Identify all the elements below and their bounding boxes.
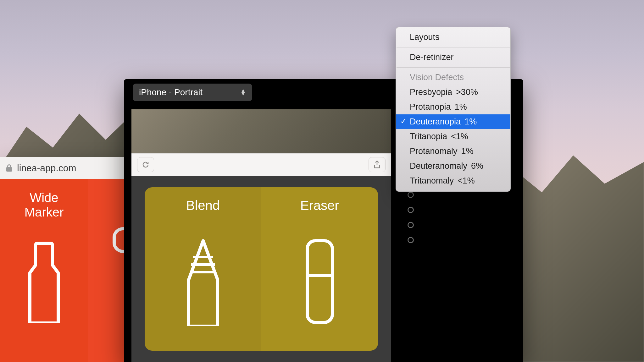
menu-item-name: Tritanopia: [410, 132, 447, 141]
viewport-hero-image: [131, 109, 391, 153]
menu-separator: [397, 47, 510, 47]
menu-item-name: Presbyopia: [410, 87, 452, 97]
share-button[interactable]: [369, 157, 386, 172]
tool-label: Blend: [186, 198, 220, 213]
blend-pencil-icon: [181, 238, 225, 326]
tool-label: Wide Marker: [25, 190, 64, 219]
viewport-content: Blend Eraser: [131, 176, 391, 362]
menu-section-header: Vision Defects: [396, 70, 510, 85]
vision-menu[interactable]: Layouts De-retinizer Vision Defects Pres…: [396, 27, 511, 192]
menu-item-name: Deuteranomaly: [410, 161, 467, 171]
svg-rect-2: [307, 241, 332, 322]
tool-label: Eraser: [300, 198, 339, 213]
tool-tile-blend[interactable]: Blend: [145, 187, 261, 351]
chevron-up-down-icon: ▲▼: [240, 89, 246, 96]
menu-item-name: Protanopia: [410, 102, 451, 112]
menu-item-percent: <1%: [458, 176, 475, 186]
menu-item-name: Deuteranopia: [410, 117, 461, 126]
menu-item-vision-defect[interactable]: Protanopia1%: [396, 100, 510, 114]
menu-item-vision-defect[interactable]: Deuteranomaly6%: [396, 159, 510, 173]
reload-button[interactable]: [137, 157, 154, 172]
device-label: iPhone - Portrait: [139, 87, 203, 97]
lock-icon: [6, 164, 13, 172]
menu-item-vision-defect[interactable]: Tritanomaly<1%: [396, 173, 510, 188]
viewport-address-bar: [131, 153, 391, 176]
menu-item-percent: 6%: [471, 161, 483, 171]
menu-item-percent: 1%: [464, 117, 477, 127]
device-selector[interactable]: iPhone - Portrait ▲▼: [133, 84, 252, 101]
page-dot[interactable]: [408, 237, 414, 243]
tool-tile-wide-marker[interactable]: Wide Marker: [0, 179, 88, 362]
menu-item-vision-defect[interactable]: Protanomaly1%: [396, 144, 510, 159]
marker-icon: [24, 241, 64, 323]
menu-item-percent: 1%: [461, 146, 474, 156]
menu-item-percent: >30%: [456, 87, 478, 97]
menu-separator: [397, 67, 510, 68]
simulator-viewport: Blend Eraser: [131, 109, 391, 362]
eraser-icon: [298, 238, 342, 326]
menu-item-vision-defect[interactable]: Presbyopia>30%: [396, 85, 510, 100]
menu-item-percent: <1%: [451, 132, 468, 141]
page-dot[interactable]: [408, 222, 414, 228]
menu-item-percent: 1%: [455, 102, 467, 112]
menu-item-name: Protanomaly: [410, 146, 458, 156]
page-dot[interactable]: [408, 207, 414, 213]
menu-item-layouts[interactable]: Layouts: [396, 30, 510, 45]
tool-tile-eraser[interactable]: Eraser: [261, 187, 378, 351]
menu-item-deretinizer[interactable]: De-retinizer: [396, 50, 510, 65]
tool-row: Blend Eraser: [145, 187, 378, 351]
menu-item-vision-defect[interactable]: Deuteranopia1%: [396, 114, 510, 129]
menu-item-name: Tritanomaly: [410, 176, 454, 185]
page-dot[interactable]: [408, 192, 414, 198]
menu-item-vision-defect[interactable]: Tritanopia<1%: [396, 129, 510, 144]
